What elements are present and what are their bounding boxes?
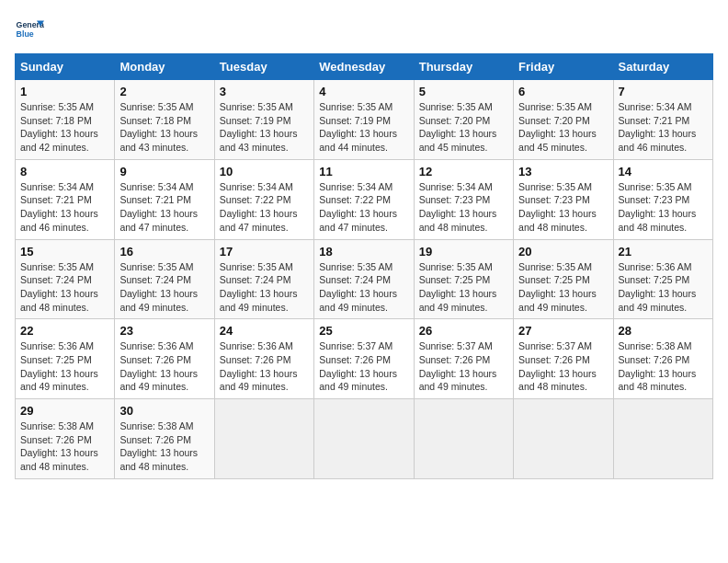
calendar-cell: 23 Sunrise: 5:36 AMSunset: 7:26 PMDaylig… [115,319,214,399]
calendar-cell: 10 Sunrise: 5:34 AMSunset: 7:22 PMDaylig… [214,159,313,239]
weekday-header-friday: Friday [514,54,613,80]
calendar-cell [414,399,513,479]
day-number: 25 [319,324,408,338]
day-info: Sunrise: 5:34 AMSunset: 7:21 PMDaylight:… [619,101,697,153]
day-number: 29 [20,404,109,418]
day-info: Sunrise: 5:36 AMSunset: 7:26 PMDaylight:… [119,340,198,392]
day-number: 21 [619,245,708,259]
day-info: Sunrise: 5:35 AMSunset: 7:24 PMDaylight:… [220,261,298,313]
day-info: Sunrise: 5:34 AMSunset: 7:23 PMDaylight:… [419,181,497,233]
day-number: 3 [220,85,309,98]
day-info: Sunrise: 5:37 AMSunset: 7:26 PMDaylight:… [518,340,597,392]
day-number: 19 [419,245,508,259]
day-number: 9 [119,165,209,178]
day-number: 23 [119,324,209,338]
weekday-header-tuesday: Tuesday [214,54,313,80]
calendar-cell: 9 Sunrise: 5:34 AMSunset: 7:21 PMDayligh… [115,159,214,239]
calendar-cell: 7 Sunrise: 5:34 AMSunset: 7:21 PMDayligh… [613,80,712,160]
calendar-cell: 5 Sunrise: 5:35 AMSunset: 7:20 PMDayligh… [414,80,513,160]
day-info: Sunrise: 5:35 AMSunset: 7:25 PMDaylight:… [518,261,597,313]
day-number: 7 [619,85,708,98]
calendar-cell: 30 Sunrise: 5:38 AMSunset: 7:26 PMDaylig… [115,399,214,479]
calendar-cell [314,399,414,479]
day-number: 1 [20,85,109,98]
weekday-header-monday: Monday [115,54,214,80]
calendar-cell: 19 Sunrise: 5:35 AMSunset: 7:25 PMDaylig… [414,239,513,319]
day-number: 30 [119,404,209,418]
day-info: Sunrise: 5:35 AMSunset: 7:19 PMDaylight:… [319,101,397,153]
day-info: Sunrise: 5:38 AMSunset: 7:26 PMDaylight:… [20,420,98,472]
calendar-cell: 26 Sunrise: 5:37 AMSunset: 7:26 PMDaylig… [414,319,513,399]
day-number: 18 [319,245,408,259]
day-number: 27 [518,324,608,338]
calendar-cell: 11 Sunrise: 5:34 AMSunset: 7:22 PMDaylig… [314,159,414,239]
day-info: Sunrise: 5:34 AMSunset: 7:21 PMDaylight:… [119,181,198,233]
calendar-row: 1 Sunrise: 5:35 AMSunset: 7:18 PMDayligh… [16,80,713,160]
calendar-cell: 2 Sunrise: 5:35 AMSunset: 7:18 PMDayligh… [115,80,214,160]
calendar-cell: 25 Sunrise: 5:37 AMSunset: 7:26 PMDaylig… [314,319,414,399]
weekday-header-thursday: Thursday [414,54,513,80]
day-number: 28 [619,324,708,338]
day-info: Sunrise: 5:37 AMSunset: 7:26 PMDaylight:… [319,340,397,392]
calendar-cell: 29 Sunrise: 5:38 AMSunset: 7:26 PMDaylig… [16,399,115,479]
calendar-cell: 27 Sunrise: 5:37 AMSunset: 7:26 PMDaylig… [514,319,613,399]
day-number: 17 [220,245,309,259]
calendar-cell: 17 Sunrise: 5:35 AMSunset: 7:24 PMDaylig… [214,239,313,319]
page-header: General Blue [15,15,713,44]
calendar-cell: 6 Sunrise: 5:35 AMSunset: 7:20 PMDayligh… [514,80,613,160]
calendar-cell: 15 Sunrise: 5:35 AMSunset: 7:24 PMDaylig… [16,239,115,319]
day-info: Sunrise: 5:38 AMSunset: 7:26 PMDaylight:… [119,420,198,472]
calendar-cell: 24 Sunrise: 5:36 AMSunset: 7:26 PMDaylig… [214,319,313,399]
calendar-cell: 20 Sunrise: 5:35 AMSunset: 7:25 PMDaylig… [514,239,613,319]
day-info: Sunrise: 5:36 AMSunset: 7:25 PMDaylight:… [20,340,98,392]
logo: General Blue [15,15,44,44]
day-number: 5 [419,85,508,98]
calendar-cell: 1 Sunrise: 5:35 AMSunset: 7:18 PMDayligh… [16,80,115,160]
calendar-cell [613,399,712,479]
day-info: Sunrise: 5:36 AMSunset: 7:26 PMDaylight:… [220,340,298,392]
day-info: Sunrise: 5:35 AMSunset: 7:25 PMDaylight:… [419,261,497,313]
day-info: Sunrise: 5:35 AMSunset: 7:18 PMDaylight:… [20,101,98,153]
calendar-table: SundayMondayTuesdayWednesdayThursdayFrid… [15,53,713,479]
calendar-cell: 18 Sunrise: 5:35 AMSunset: 7:24 PMDaylig… [314,239,414,319]
calendar-cell: 16 Sunrise: 5:35 AMSunset: 7:24 PMDaylig… [115,239,214,319]
day-number: 8 [20,165,109,178]
day-info: Sunrise: 5:35 AMSunset: 7:20 PMDaylight:… [419,101,497,153]
day-info: Sunrise: 5:34 AMSunset: 7:21 PMDaylight:… [20,181,98,233]
day-number: 22 [20,324,109,338]
day-number: 6 [518,85,608,98]
calendar-cell [514,399,613,479]
day-info: Sunrise: 5:35 AMSunset: 7:18 PMDaylight:… [119,101,198,153]
day-number: 13 [518,165,608,178]
calendar-row: 22 Sunrise: 5:36 AMSunset: 7:25 PMDaylig… [16,319,713,399]
calendar-row: 29 Sunrise: 5:38 AMSunset: 7:26 PMDaylig… [16,399,713,479]
day-number: 2 [119,85,209,98]
logo-icon: General Blue [15,15,44,44]
day-number: 11 [319,165,408,178]
calendar-cell: 12 Sunrise: 5:34 AMSunset: 7:23 PMDaylig… [414,159,513,239]
day-number: 10 [220,165,309,178]
day-number: 24 [220,324,309,338]
day-number: 15 [20,245,109,259]
day-number: 12 [419,165,508,178]
weekday-header-wednesday: Wednesday [314,54,414,80]
day-info: Sunrise: 5:35 AMSunset: 7:24 PMDaylight:… [319,261,397,313]
day-info: Sunrise: 5:35 AMSunset: 7:23 PMDaylight:… [518,181,597,233]
calendar-cell: 13 Sunrise: 5:35 AMSunset: 7:23 PMDaylig… [514,159,613,239]
day-number: 14 [619,165,708,178]
day-info: Sunrise: 5:37 AMSunset: 7:26 PMDaylight:… [419,340,497,392]
calendar-row: 8 Sunrise: 5:34 AMSunset: 7:21 PMDayligh… [16,159,713,239]
svg-text:Blue: Blue [17,29,34,39]
calendar-cell: 3 Sunrise: 5:35 AMSunset: 7:19 PMDayligh… [214,80,313,160]
day-info: Sunrise: 5:35 AMSunset: 7:24 PMDaylight:… [119,261,198,313]
day-info: Sunrise: 5:35 AMSunset: 7:23 PMDaylight:… [619,181,697,233]
calendar-cell: 14 Sunrise: 5:35 AMSunset: 7:23 PMDaylig… [613,159,712,239]
day-info: Sunrise: 5:35 AMSunset: 7:19 PMDaylight:… [220,101,298,153]
day-number: 26 [419,324,508,338]
day-info: Sunrise: 5:34 AMSunset: 7:22 PMDaylight:… [220,181,298,233]
day-info: Sunrise: 5:36 AMSunset: 7:25 PMDaylight:… [619,261,697,313]
calendar-cell: 28 Sunrise: 5:38 AMSunset: 7:26 PMDaylig… [613,319,712,399]
day-info: Sunrise: 5:35 AMSunset: 7:24 PMDaylight:… [20,261,98,313]
calendar-cell: 8 Sunrise: 5:34 AMSunset: 7:21 PMDayligh… [16,159,115,239]
calendar-row: 15 Sunrise: 5:35 AMSunset: 7:24 PMDaylig… [16,239,713,319]
